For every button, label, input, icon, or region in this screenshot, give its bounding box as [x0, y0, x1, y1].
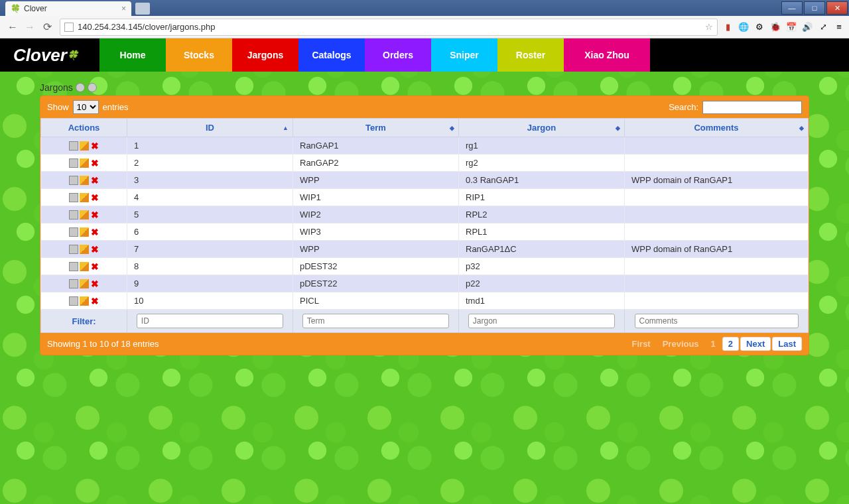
- nav-item-sniper[interactable]: Sniper: [431, 38, 497, 72]
- row-copy-icon[interactable]: [69, 296, 78, 306]
- row-copy-icon[interactable]: [69, 158, 78, 168]
- cell-term: WIP1: [293, 189, 459, 206]
- row-edit-icon[interactable]: [80, 262, 89, 271]
- cell-jargon: 0.3 RanGAP1: [459, 172, 625, 189]
- pager-prev[interactable]: Previous: [657, 338, 704, 350]
- sort-asc-icon: ▲: [283, 125, 289, 131]
- entries-label: entries: [103, 102, 129, 112]
- row-edit-icon[interactable]: [80, 296, 89, 306]
- pager-next[interactable]: Next: [740, 337, 771, 351]
- table-row: ✖3WPP0.3 RanGAP1WPP domain of RanGAP1: [41, 172, 809, 189]
- row-delete-icon[interactable]: ✖: [90, 262, 99, 271]
- filter-jargon-input[interactable]: [468, 314, 615, 328]
- row-edit-icon[interactable]: [80, 245, 89, 254]
- row-delete-icon[interactable]: ✖: [90, 141, 99, 151]
- col-id[interactable]: ID▲: [127, 119, 293, 137]
- pager-page-2[interactable]: 2: [722, 337, 739, 351]
- cell-id: 6: [127, 223, 293, 241]
- pager-first[interactable]: First: [627, 338, 656, 350]
- table-row: ✖6WIP3RPL1: [41, 223, 809, 241]
- ext-translate-icon[interactable]: 🌐: [738, 21, 750, 33]
- nav-back-button[interactable]: ←: [4, 19, 21, 36]
- page-size-select[interactable]: 10: [73, 100, 99, 114]
- row-copy-icon[interactable]: [69, 176, 78, 185]
- url-bar[interactable]: 140.254.234.145/clover/jargons.php ☆: [60, 19, 718, 36]
- nav-forward-button[interactable]: →: [21, 19, 38, 36]
- row-copy-icon[interactable]: [69, 210, 78, 220]
- row-copy-icon[interactable]: [69, 245, 78, 254]
- cell-id: 10: [127, 292, 293, 310]
- app-logo[interactable]: Clover🍀: [0, 38, 99, 72]
- add-icon[interactable]: [76, 83, 85, 92]
- ext-calendar-icon[interactable]: 📅: [785, 21, 797, 33]
- row-copy-icon[interactable]: [69, 193, 78, 202]
- col-term[interactable]: Term◆: [293, 119, 459, 137]
- row-delete-icon[interactable]: ✖: [90, 227, 99, 237]
- pager: First Previous 1 2 Next Last: [627, 337, 802, 351]
- new-tab-button[interactable]: [135, 3, 150, 15]
- row-edit-icon[interactable]: [80, 279, 89, 288]
- browser-tab[interactable]: 🍀 Clover ×: [5, 1, 131, 16]
- bookmark-star-icon[interactable]: ☆: [705, 22, 713, 32]
- window-minimize-button[interactable]: —: [781, 1, 803, 15]
- ext-bug-icon[interactable]: 🐞: [769, 21, 781, 33]
- tool-icon[interactable]: [88, 83, 97, 92]
- nav-item-user[interactable]: Xiao Zhou: [564, 38, 650, 72]
- row-edit-icon[interactable]: [80, 193, 89, 202]
- row-copy-icon[interactable]: [69, 262, 78, 271]
- window-close-button[interactable]: ✕: [826, 1, 848, 15]
- jargons-table: Actions ID▲ Term◆ Jargon◆ Comments◆ ✖1Ra…: [40, 118, 809, 333]
- row-edit-icon[interactable]: [80, 227, 89, 237]
- cell-comments: [625, 189, 809, 206]
- cell-jargon: p22: [459, 275, 625, 292]
- page-heading: Jargons: [40, 82, 809, 93]
- row-copy-icon[interactable]: [69, 279, 78, 288]
- col-actions[interactable]: Actions: [41, 119, 127, 137]
- nav-item-roster[interactable]: Roster: [497, 38, 564, 72]
- row-delete-icon[interactable]: ✖: [90, 279, 99, 288]
- ext-zoom-icon[interactable]: ⤢: [817, 21, 829, 33]
- nav-item-jargons[interactable]: Jargons: [232, 38, 298, 72]
- nav-item-catalogs[interactable]: Catalogs: [298, 38, 365, 72]
- sort-icon: ◆: [450, 125, 454, 131]
- row-delete-icon[interactable]: ✖: [90, 245, 99, 254]
- filter-term-input[interactable]: [302, 314, 449, 328]
- row-delete-icon[interactable]: ✖: [90, 176, 99, 185]
- row-copy-icon[interactable]: [69, 227, 78, 237]
- col-comments[interactable]: Comments◆: [625, 119, 809, 137]
- row-edit-icon[interactable]: [80, 176, 89, 185]
- row-edit-icon[interactable]: [80, 141, 89, 151]
- window-maximize-button[interactable]: □: [804, 1, 825, 15]
- row-edit-icon[interactable]: [80, 158, 89, 168]
- row-copy-icon[interactable]: [69, 141, 78, 151]
- url-text: 140.254.234.145/clover/jargons.php: [78, 22, 215, 32]
- sort-icon: ◆: [799, 125, 804, 131]
- table-row: ✖1RanGAP1rg1: [41, 137, 809, 155]
- ext-sound-icon[interactable]: 🔊: [801, 21, 813, 33]
- pager-last[interactable]: Last: [772, 337, 802, 351]
- cell-jargon: RPL2: [459, 206, 625, 223]
- filter-comments-input[interactable]: [635, 314, 799, 328]
- sort-icon: ◆: [616, 125, 620, 131]
- ext-book-icon[interactable]: ▮: [722, 21, 734, 33]
- row-delete-icon[interactable]: ✖: [90, 193, 99, 202]
- row-edit-icon[interactable]: [80, 210, 89, 220]
- nav-item-stocks[interactable]: Stocks: [166, 38, 232, 72]
- filter-id-input[interactable]: [137, 314, 283, 328]
- show-label: Show: [47, 102, 69, 112]
- nav-item-orders[interactable]: Orders: [365, 38, 431, 72]
- cell-id: 2: [127, 155, 293, 172]
- ext-settings-icon[interactable]: ⚙: [753, 21, 765, 33]
- row-delete-icon[interactable]: ✖: [90, 210, 99, 220]
- cell-term: RanGAP1: [293, 137, 459, 155]
- row-delete-icon[interactable]: ✖: [90, 296, 99, 306]
- row-delete-icon[interactable]: ✖: [90, 158, 99, 168]
- cell-id: 5: [127, 206, 293, 223]
- col-jargon[interactable]: Jargon◆: [459, 119, 625, 137]
- tab-close-icon[interactable]: ×: [121, 4, 126, 13]
- nav-item-home[interactable]: Home: [99, 38, 166, 72]
- search-input[interactable]: [702, 101, 802, 114]
- pager-page-1[interactable]: 1: [706, 338, 721, 350]
- nav-reload-button[interactable]: ⟳: [38, 19, 56, 36]
- chrome-menu-icon[interactable]: ≡: [833, 21, 845, 33]
